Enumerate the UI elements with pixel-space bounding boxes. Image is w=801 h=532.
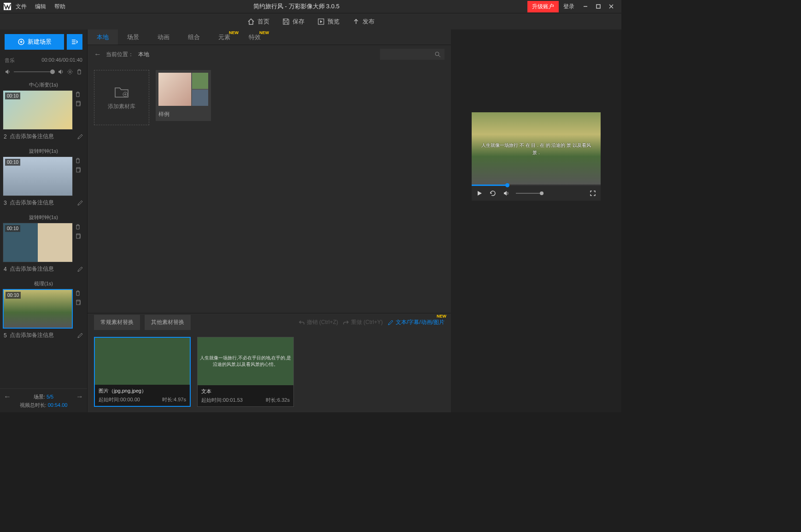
- music-time: 00:00:46/00:01:40: [41, 57, 82, 64]
- scene-note-placeholder: 点击添加备注信息: [10, 331, 54, 339]
- preview-panel: 人生就像一场旅行 不 在 目 . 在 的 沿途的 景 以及看风景 .: [451, 29, 621, 412]
- tab-local[interactable]: 本地: [88, 29, 118, 45]
- add-library-button[interactable]: 添加素材库: [94, 70, 149, 125]
- total-duration: 00:54.00: [48, 402, 68, 408]
- copy-icon[interactable]: [75, 299, 81, 306]
- tab-normal-replace[interactable]: 常规素材替换: [94, 315, 140, 330]
- scene-note-placeholder: 点击添加备注信息: [10, 265, 54, 273]
- new-badge: NEW: [437, 314, 446, 318]
- breadcrumb-location: 本地: [138, 51, 149, 58]
- tab-other-replace[interactable]: 其他素材替换: [145, 315, 191, 330]
- gear-icon[interactable]: [67, 69, 73, 75]
- volume-down-icon[interactable]: [5, 69, 11, 75]
- trash-icon[interactable]: [75, 290, 81, 296]
- svg-rect-15: [76, 235, 80, 238]
- scene-duration: 00:10: [6, 292, 21, 299]
- center-panel: 本地 场景 动画 组合 元素NEW 特效NEW ← 当前位置： 本地 添加素材库: [88, 29, 451, 412]
- preview-canvas: 人生就像一场旅行 不 在 目 . 在 的 沿途的 景 以及看风景 .: [472, 112, 601, 186]
- play-button[interactable]: [476, 190, 483, 197]
- left-footer: ← 场景: 5/5 → 视频总时长: 00:54.00: [0, 388, 87, 412]
- scene-transition-title: 旋转时钟(1s): [3, 146, 84, 156]
- tab-effect[interactable]: 特效NEW: [240, 29, 270, 45]
- player-controls: [472, 186, 601, 201]
- copy-icon[interactable]: [75, 100, 81, 107]
- svg-rect-13: [76, 102, 80, 106]
- trash-icon[interactable]: [75, 157, 81, 164]
- pencil-icon[interactable]: [77, 332, 83, 339]
- tab-element[interactable]: 元素NEW: [209, 29, 240, 45]
- scene-transition-title: 中心渐变(1s): [3, 80, 84, 90]
- trash-icon[interactable]: [75, 224, 81, 230]
- volume-button[interactable]: [503, 190, 509, 197]
- copy-icon[interactable]: [75, 233, 81, 239]
- save-icon: [282, 18, 290, 25]
- trash-icon[interactable]: [75, 91, 81, 98]
- back-button[interactable]: ←: [94, 50, 101, 58]
- copy-icon[interactable]: [75, 167, 81, 173]
- asset-tabs: 本地 场景 动画 组合 元素NEW 特效NEW: [88, 29, 451, 45]
- tab-animation[interactable]: 动画: [148, 29, 179, 45]
- pencil-icon[interactable]: [77, 200, 83, 206]
- pencil-icon[interactable]: [77, 266, 83, 272]
- undo-icon: [298, 319, 305, 326]
- volume-slider[interactable]: [516, 193, 544, 194]
- trash-icon[interactable]: [76, 69, 82, 75]
- total-duration-label: 视频总时长:: [20, 402, 47, 408]
- save-button[interactable]: 保存: [282, 17, 304, 26]
- scene-duration: 00:10: [5, 159, 20, 166]
- new-scene-button[interactable]: 新建场景: [5, 34, 64, 50]
- preview-progress[interactable]: [472, 185, 601, 186]
- tab-scene[interactable]: 场景: [118, 29, 148, 45]
- menu-file[interactable]: 文件: [16, 3, 27, 11]
- fullscreen-button[interactable]: [590, 190, 596, 197]
- music-info: 音乐 00:00:46/00:01:40: [0, 54, 87, 67]
- volume-slider[interactable]: [14, 71, 55, 72]
- preview-icon: [317, 18, 325, 25]
- tab-combo[interactable]: 组合: [179, 29, 209, 45]
- scene-caption[interactable]: 2 点击添加备注信息: [3, 130, 84, 143]
- scene-transition-title: 旋转时钟(1s): [3, 212, 84, 223]
- preview-button[interactable]: 预览: [317, 17, 339, 26]
- volume-up-icon[interactable]: [58, 69, 64, 75]
- prev-scene-button[interactable]: ←: [4, 393, 11, 401]
- scene-item: 中心渐变(1s) 00:10 2 点击添加备注信息: [3, 80, 84, 143]
- upgrade-button[interactable]: 升级账户: [527, 1, 559, 12]
- pencil-icon[interactable]: [77, 133, 83, 140]
- publish-button[interactable]: 发布: [352, 17, 374, 26]
- login-button[interactable]: 登录: [559, 1, 579, 12]
- clip-title: 文本: [201, 388, 290, 395]
- loop-button[interactable]: [489, 190, 497, 197]
- scene-thumbnail[interactable]: 00:10: [3, 223, 73, 262]
- maximize-button[interactable]: [592, 0, 605, 13]
- undo-button[interactable]: 撤销 (Ctrl+Z): [298, 318, 338, 326]
- redo-button[interactable]: 重做 (Ctrl+Y): [343, 318, 383, 326]
- minimize-button[interactable]: [579, 0, 592, 13]
- clip-image[interactable]: 图片（jpg,png,jpeg） 起始时间:00:00.00 时长:4.97s: [94, 337, 191, 407]
- clip-preview-text: 人生就像一场旅行,不必在乎目的地,在乎的,是沿途的风景,以及看风景的心情。: [199, 355, 292, 368]
- scene-thumbnail[interactable]: 00:10: [3, 156, 73, 196]
- scene-thumbnail[interactable]: 00:10: [3, 289, 73, 329]
- search-icon: [434, 51, 441, 58]
- scene-list: 中心渐变(1s) 00:10 2 点击添加备注信息 旋转时钟(1s): [0, 80, 87, 388]
- scene-number: 5: [4, 332, 7, 339]
- clip-info: 图片（jpg,png,jpeg） 起始时间:00:00.00 时长:4.97s: [95, 385, 190, 406]
- clip-preview: [95, 338, 190, 385]
- menu-edit[interactable]: 编辑: [35, 3, 46, 11]
- sample-folder[interactable]: 样例: [156, 70, 211, 121]
- home-button[interactable]: 首页: [247, 17, 269, 26]
- edit-content-link[interactable]: 文本/字幕/动画/图片 NEW: [387, 318, 444, 326]
- scene-caption[interactable]: 3 点击添加备注信息: [3, 196, 84, 209]
- menu-help[interactable]: 帮助: [54, 3, 65, 11]
- clip-text[interactable]: 人生就像一场旅行,不必在乎目的地,在乎的,是沿途的风景,以及看风景的心情。 文本…: [197, 337, 294, 407]
- scene-number: 4: [4, 266, 7, 272]
- scene-caption[interactable]: 5 点击添加备注信息: [3, 329, 84, 342]
- home-icon: [247, 18, 255, 25]
- next-scene-button[interactable]: →: [76, 393, 83, 401]
- sequence-button[interactable]: [67, 34, 82, 50]
- scene-caption[interactable]: 4 点击添加备注信息: [3, 262, 84, 276]
- scene-thumbnail[interactable]: 00:10: [3, 90, 73, 130]
- list-icon: [70, 38, 79, 46]
- close-button[interactable]: [605, 0, 618, 13]
- scene-number: 2: [4, 133, 7, 140]
- search-input[interactable]: [380, 49, 444, 60]
